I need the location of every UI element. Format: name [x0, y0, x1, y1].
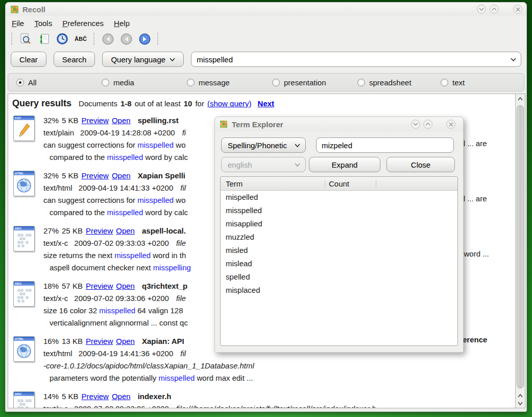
- term-row[interactable]: spelled: [221, 270, 457, 284]
- source-file-icon: SRC: [13, 226, 35, 251]
- file-size: 57 KB: [62, 282, 83, 290]
- radio-icon[interactable]: [187, 79, 195, 86]
- chevron-down-icon[interactable]: [511, 58, 516, 61]
- search-input[interactable]: [191, 52, 521, 67]
- html-file-icon: HTML: [13, 336, 35, 362]
- source-file-icon: SRC: [13, 281, 35, 307]
- clear-button[interactable]: Clear: [11, 52, 46, 67]
- column-resize-handle[interactable]: [376, 180, 376, 187]
- term-explorer-dialog: Term Explorer Spelling/Phonetic english …: [214, 117, 464, 353]
- show-query-link[interactable]: (show query): [207, 99, 252, 108]
- shade-button[interactable]: [490, 5, 499, 14]
- next-page-link[interactable]: Next: [258, 99, 275, 108]
- document-history-icon[interactable]: [55, 32, 69, 46]
- chevron-down-icon: [170, 58, 175, 61]
- search-button[interactable]: Search: [54, 52, 95, 67]
- expansion-mode-select[interactable]: Spelling/Phonetic: [221, 137, 306, 153]
- column-term[interactable]: Term: [221, 179, 243, 188]
- minimize-button[interactable]: [411, 120, 420, 129]
- scroll-up-icon[interactable]: [516, 392, 525, 399]
- document-type-filterbar: All media message presentation spreadshe…: [8, 73, 524, 91]
- term-explorer-icon[interactable]: ÅBĈ: [74, 32, 88, 46]
- filter-text[interactable]: text: [441, 78, 465, 87]
- file-type-badge: SRC: [14, 392, 34, 396]
- term-row[interactable]: mislead: [221, 257, 457, 270]
- term-input[interactable]: [316, 137, 454, 153]
- main-titlebar[interactable]: Recoll: [6, 3, 526, 16]
- term-row[interactable]: misspelled: [221, 204, 457, 217]
- preview-link[interactable]: Preview: [86, 337, 113, 345]
- results-scrollbar[interactable]: [515, 94, 525, 408]
- open-link[interactable]: Open: [116, 337, 135, 345]
- file-type-badge: HTML: [14, 337, 34, 341]
- preview-link[interactable]: Preview: [82, 392, 109, 401]
- advanced-search-icon[interactable]: [18, 32, 33, 46]
- radio-icon[interactable]: [272, 79, 280, 86]
- relevance: 32%: [43, 116, 59, 125]
- term-input-wrap: [316, 137, 454, 153]
- preview-link[interactable]: Preview: [86, 282, 113, 290]
- filter-presentation[interactable]: presentation: [272, 78, 326, 87]
- scroll-up-icon[interactable]: [516, 95, 525, 102]
- scrollbar-thumb[interactable]: [517, 105, 524, 388]
- first-page-icon[interactable]: [101, 32, 115, 46]
- column-count[interactable]: Count: [329, 179, 349, 188]
- txt-file-icon: TXT: [13, 115, 35, 141]
- preview-link[interactable]: Preview: [82, 171, 109, 180]
- title-fragment: erence: [463, 335, 487, 344]
- menubar: File Tools Preferences Help: [6, 16, 526, 30]
- radio-icon[interactable]: [102, 79, 109, 86]
- result-title: aspell-local.: [142, 226, 186, 235]
- open-link[interactable]: Open: [112, 392, 131, 401]
- recoll-app-icon: [220, 121, 228, 128]
- result-title: q3richtext_p: [142, 282, 187, 290]
- term-row[interactable]: misled: [221, 244, 457, 257]
- query-language-select[interactable]: Query language: [102, 52, 184, 67]
- preview-link[interactable]: Preview: [82, 116, 109, 125]
- shade-button[interactable]: [423, 120, 432, 129]
- doc-date: 2009-07-02 09:33:06 +0200: [74, 294, 169, 303]
- dialog-titlebar[interactable]: Term Explorer: [215, 117, 463, 131]
- close-button[interactable]: [446, 120, 455, 129]
- menu-help[interactable]: Help: [114, 19, 130, 28]
- scroll-down-icon[interactable]: [516, 400, 525, 407]
- previous-page-icon[interactable]: [119, 32, 133, 46]
- close-button[interactable]: [513, 5, 522, 14]
- term-row[interactable]: muzzled: [221, 230, 457, 244]
- filter-media[interactable]: media: [102, 78, 134, 87]
- expand-button[interactable]: Expand: [309, 157, 380, 172]
- filter-message[interactable]: message: [187, 78, 230, 87]
- close-dialog-button[interactable]: Close: [386, 157, 455, 172]
- preview-link[interactable]: Preview: [86, 226, 113, 235]
- file-size: 5 KB: [62, 171, 79, 180]
- filter-all[interactable]: All: [16, 78, 37, 87]
- term-row[interactable]: misplaced: [221, 284, 457, 297]
- dialog-title: Term Explorer: [232, 120, 283, 129]
- radio-icon[interactable]: [16, 79, 24, 86]
- open-link[interactable]: Open: [116, 282, 135, 290]
- open-link[interactable]: Open: [112, 116, 131, 125]
- radio-icon[interactable]: [357, 79, 365, 86]
- language-select: english: [221, 157, 306, 172]
- open-link[interactable]: Open: [112, 171, 131, 180]
- toolbar-handle[interactable]: [11, 33, 13, 45]
- file-type-badge: SRC: [14, 282, 34, 286]
- minimize-button[interactable]: [477, 5, 486, 14]
- toolbar-handle[interactable]: [157, 33, 159, 45]
- open-link[interactable]: Open: [116, 226, 135, 235]
- column-resize-handle[interactable]: [325, 180, 325, 187]
- relevance: 16%: [43, 337, 59, 345]
- term-row[interactable]: misapplied: [221, 217, 457, 230]
- menu-tools[interactable]: Tools: [34, 19, 52, 28]
- term-row[interactable]: mispelled: [221, 191, 457, 204]
- next-page-icon[interactable]: [137, 32, 152, 46]
- menu-file[interactable]: File: [12, 19, 24, 28]
- menu-preferences[interactable]: Preferences: [62, 19, 104, 28]
- result-title: Xapian: API: [142, 337, 184, 345]
- radio-icon[interactable]: [441, 79, 448, 86]
- sort-parameters-icon[interactable]: [37, 32, 51, 46]
- toolbar-handle[interactable]: [93, 33, 95, 45]
- relevance: 14%: [43, 392, 59, 401]
- file-type-badge: TXT: [14, 116, 34, 120]
- filter-spreadsheet[interactable]: spreadsheet: [357, 78, 412, 87]
